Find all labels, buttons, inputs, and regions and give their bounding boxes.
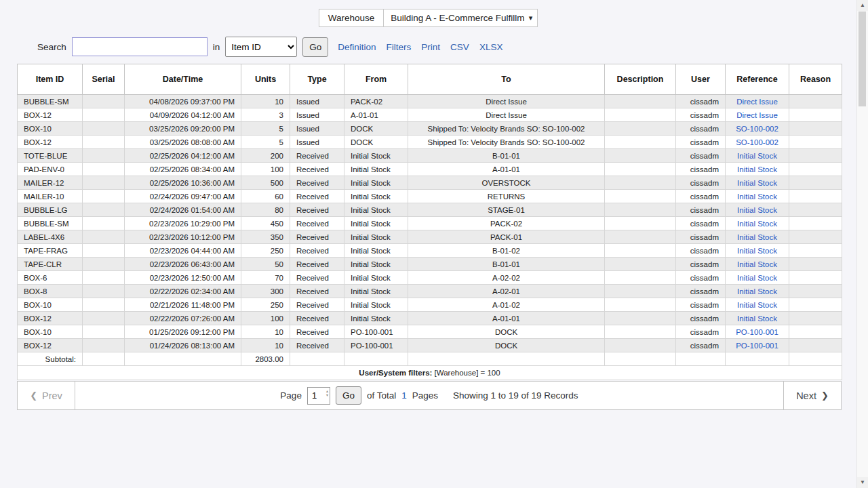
cell-type: Received — [290, 271, 344, 285]
cell-reference: Initial Stock — [726, 298, 789, 312]
cell-user: cissadm — [676, 190, 726, 203]
col-reason[interactable]: Reason — [789, 64, 842, 95]
reference-link[interactable]: Direct Issue — [736, 98, 778, 106]
total-pages-link[interactable]: 1 — [401, 390, 407, 401]
page-number-spinner[interactable]: ▴ ▾ — [326, 389, 328, 397]
cell-reason — [789, 176, 842, 190]
reference-link[interactable]: Initial Stock — [737, 260, 777, 268]
table-row: TAPE-CLR02/23/2026 06:43:00 AM50Received… — [18, 258, 842, 271]
print-link[interactable]: Print — [421, 42, 440, 52]
prev-button[interactable]: ❮ Prev — [18, 382, 75, 409]
cell-reference: Initial Stock — [726, 271, 789, 285]
scrollbar-down-icon[interactable]: ▼ — [857, 477, 868, 488]
spinner-down-icon[interactable]: ▾ — [326, 393, 328, 397]
cell-reason — [789, 312, 842, 325]
cell-item-id: BUBBLE-LG — [18, 203, 83, 217]
cell-reason — [789, 108, 842, 122]
xlsx-link[interactable]: XLSX — [479, 42, 503, 52]
cell-type: Received — [290, 176, 344, 190]
filters-row: User/System filters: [Warehouse] = 100 — [18, 366, 842, 380]
reference-link[interactable]: Initial Stock — [737, 165, 777, 174]
cell-units: 70 — [241, 271, 290, 285]
reference-link[interactable]: Initial Stock — [737, 233, 777, 241]
chevron-right-icon: ❯ — [821, 390, 829, 401]
col-to[interactable]: To — [408, 64, 605, 95]
cell-reason — [789, 136, 842, 149]
cell-type: Issued — [290, 108, 344, 122]
table-row: LABEL-4X602/23/2026 10:12:00 PM350Receiv… — [18, 230, 842, 244]
cell-item-id: BOX-6 — [18, 271, 83, 285]
table-row: BOX-1001/25/2026 09:12:00 PM10ReceivedPO… — [18, 325, 842, 339]
reference-link[interactable]: Initial Stock — [737, 247, 777, 255]
col-reference[interactable]: Reference — [726, 64, 789, 95]
cell-units: 80 — [241, 203, 290, 217]
page-go-button[interactable]: Go — [336, 386, 361, 405]
table-row: MAILER-1202/25/2026 10:36:00 AM500Receiv… — [18, 176, 842, 190]
filters-link[interactable]: Filters — [387, 42, 412, 52]
csv-link[interactable]: CSV — [450, 42, 469, 52]
reference-link[interactable]: Direct Issue — [736, 111, 778, 119]
cell-type: Received — [290, 230, 344, 244]
cell-datetime: 02/24/2026 09:47:00 AM — [125, 190, 241, 203]
col-from[interactable]: From — [344, 64, 408, 95]
cell-datetime: 02/23/2026 10:12:00 PM — [125, 230, 241, 244]
reference-link[interactable]: Initial Stock — [737, 287, 777, 296]
in-label: in — [213, 42, 220, 52]
reference-link[interactable]: Initial Stock — [737, 179, 777, 187]
reference-link[interactable]: PO-100-001 — [736, 328, 778, 336]
cell-item-id: BOX-12 — [18, 339, 83, 352]
cell-type: Received — [290, 298, 344, 312]
next-label: Next — [796, 390, 816, 401]
col-units[interactable]: Units — [241, 64, 290, 95]
cell-item-id: LABEL-4X6 — [18, 230, 83, 244]
cell-to: A-02-02 — [408, 271, 605, 285]
cell-serial — [83, 217, 125, 230]
cell-to: RETURNS — [408, 190, 605, 203]
vertical-scrollbar[interactable]: ▲ ▼ — [856, 0, 868, 488]
search-field-select[interactable]: Item ID — [225, 37, 297, 57]
cell-datetime: 02/22/2026 02:34:00 AM — [125, 285, 241, 298]
cell-user: cissadm — [676, 298, 726, 312]
cell-from: Initial Stock — [344, 176, 408, 190]
cell-to: DOCK — [408, 325, 605, 339]
col-user[interactable]: User — [676, 64, 726, 95]
reference-link[interactable]: Initial Stock — [737, 314, 777, 323]
reference-link[interactable]: SO-100-002 — [736, 125, 778, 133]
reference-link[interactable]: Initial Stock — [737, 192, 777, 201]
scrollbar-up-icon[interactable]: ▲ — [857, 0, 868, 11]
col-type[interactable]: Type — [290, 64, 344, 95]
cell-user: cissadm — [676, 271, 726, 285]
reference-link[interactable]: Initial Stock — [737, 274, 777, 282]
cell-datetime: 01/25/2026 09:12:00 PM — [125, 325, 241, 339]
definition-link[interactable]: Definition — [338, 42, 376, 52]
search-input[interactable] — [72, 37, 208, 56]
col-datetime[interactable]: Date/Time — [125, 64, 241, 95]
cell-from: DOCK — [344, 122, 408, 136]
col-description[interactable]: Description — [605, 64, 676, 95]
cell-serial — [83, 203, 125, 217]
cell-serial — [83, 325, 125, 339]
reference-link[interactable]: Initial Stock — [737, 301, 777, 309]
table-row: BUBBLE-SM02/23/2026 10:29:00 PM450Receiv… — [18, 217, 842, 230]
reference-link[interactable]: PO-100-001 — [736, 342, 778, 350]
cell-serial — [83, 108, 125, 122]
cell-description — [605, 95, 676, 108]
building-select[interactable]: Building A - E-Commerce Fulfillm ▾ — [383, 9, 538, 27]
col-item-id[interactable]: Item ID — [18, 64, 83, 95]
reference-link[interactable]: Initial Stock — [737, 152, 777, 160]
cell-user: cissadm — [676, 136, 726, 149]
reference-link[interactable]: Initial Stock — [737, 206, 777, 214]
cell-serial — [83, 190, 125, 203]
cell-from: PO-100-001 — [344, 325, 408, 339]
cell-reference: Initial Stock — [726, 230, 789, 244]
next-button[interactable]: Next ❯ — [783, 382, 841, 409]
reference-link[interactable]: Initial Stock — [737, 220, 777, 228]
scrollbar-thumb[interactable] — [859, 12, 866, 106]
table-header: Item ID Serial Date/Time Units Type From… — [18, 64, 842, 95]
reference-link[interactable]: SO-100-002 — [736, 138, 778, 146]
go-button[interactable]: Go — [302, 37, 328, 57]
subtotal-empty — [290, 352, 344, 366]
cell-from: Initial Stock — [344, 244, 408, 258]
col-serial[interactable]: Serial — [83, 64, 125, 95]
cell-description — [605, 271, 676, 285]
